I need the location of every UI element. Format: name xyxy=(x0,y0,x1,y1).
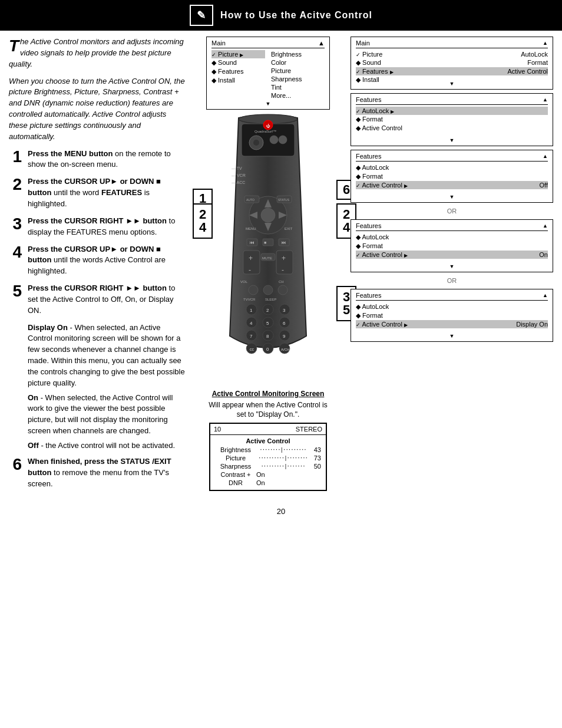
right-menu-3: Features▲ ◆ AutoLock ◆ Format ✓ Active C… xyxy=(351,150,553,203)
right-menu-5-autolock: ◆ AutoLock xyxy=(356,302,548,311)
step-2: 2 Press the CURSOR UP► or DOWN ■ button … xyxy=(9,176,186,210)
svg-text:9: 9 xyxy=(283,334,286,339)
svg-text:6: 6 xyxy=(283,321,286,326)
menu-item-picture-sel: ✓ Picture ▶ xyxy=(211,50,265,58)
svg-text:⏻: ⏻ xyxy=(266,124,270,128)
svg-text:4: 4 xyxy=(250,321,253,326)
svg-text:AUTO: AUTO xyxy=(246,198,254,202)
svg-point-17 xyxy=(261,208,275,222)
top-menu-title: Main▲ xyxy=(211,39,325,48)
svg-text:8: 8 xyxy=(266,334,269,339)
header-icon: ✎ xyxy=(190,5,213,26)
svg-text:A/CH: A/CH xyxy=(281,348,289,351)
step-6-number: 6 xyxy=(9,456,22,473)
right-panel: Main▲ ✓ PictureAutoLock ◆ SoundFormat ✓ … xyxy=(351,37,553,495)
monitoring-row-dnr: DNR On xyxy=(215,479,321,486)
remote-svg: QuadraSurf™ ⏻ — TV — VCR — ACC xyxy=(203,112,333,383)
svg-text:5: 5 xyxy=(266,321,269,326)
page-title: How to Use the Acitve Control xyxy=(220,10,372,21)
right-menu-4-format: ◆ Format xyxy=(356,242,548,251)
intro-text-1: he Active Control monitors and adjusts i… xyxy=(9,37,184,68)
monitoring-section: Active Control Monitoring Screen Will ap… xyxy=(203,390,333,491)
svg-text:■: ■ xyxy=(264,241,266,245)
menu-item-brightness: Brightness xyxy=(271,50,325,58)
top-menu-box: Main▲ ✓ Picture ▶ ◆ Sound ◆ Features ◆ I… xyxy=(206,37,330,110)
step-4-content: Press the CURSOR UP► or DOWN ■ button un… xyxy=(28,244,186,278)
svg-text:⏭: ⏭ xyxy=(282,240,286,245)
right-menu-2-down: ▼ xyxy=(449,137,455,143)
svg-text:MUTE: MUTE xyxy=(262,256,272,260)
menu-item-more: More... xyxy=(271,91,325,100)
step-6: 6 When finished, press the STATUS /EXIT … xyxy=(9,456,186,490)
right-menu-3-down: ▼ xyxy=(449,194,455,200)
right-menu-1-features: ✓ Features ▶Active Control xyxy=(356,67,548,75)
left-panel: The Active Control monitors and adjusts … xyxy=(9,37,186,495)
right-menu-1: Main▲ ✓ PictureAutoLock ◆ SoundFormat ✓ … xyxy=(351,37,553,90)
svg-text:CH: CH xyxy=(279,280,284,284)
or-label-2: OR xyxy=(351,277,553,284)
menu-item-features: ◆ Features xyxy=(211,67,265,76)
monitoring-row-contrast: Contrast + On xyxy=(215,471,321,478)
page-header: ✎ How to Use the Acitve Control xyxy=(0,0,562,31)
step-2-number: 2 xyxy=(9,176,22,193)
drop-cap: T xyxy=(9,38,19,54)
svg-text:MENU: MENU xyxy=(246,227,256,230)
channel-number: 10 xyxy=(214,426,221,433)
right-menu-2-title: Features▲ xyxy=(356,96,548,105)
badge-24-left: 24 xyxy=(193,203,213,239)
right-menu-5-down: ▼ xyxy=(449,333,455,339)
right-menu-5-format: ◆ Format xyxy=(356,311,548,320)
svg-text:SLEEP: SLEEP xyxy=(265,298,276,301)
monitoring-row-brightness: Brightness ········|········· 43 xyxy=(215,446,321,453)
right-menu-1-down: ▼ xyxy=(449,81,455,87)
svg-text:1: 1 xyxy=(250,308,253,313)
monitoring-row-sharpness: Sharpness ·········|······· 50 xyxy=(215,463,321,470)
right-menu-2-format: ◆ Format xyxy=(356,115,548,124)
svg-text:7: 7 xyxy=(250,334,253,339)
right-menu-5: Features▲ ◆ AutoLock ◆ Format ✓ Active C… xyxy=(351,289,553,342)
svg-text:⏮: ⏮ xyxy=(250,240,254,245)
body-text-intro: When you choose to turn the Active Contr… xyxy=(9,76,186,143)
svg-text:-: - xyxy=(282,266,284,274)
step-1: 1 Press the MENU button on the remote to… xyxy=(9,149,186,171)
svg-text:— VCR: — VCR xyxy=(232,173,246,177)
intro-text: The Active Control monitors and adjusts … xyxy=(9,37,186,70)
right-menu-2-active: ◆ Active Control xyxy=(356,124,548,133)
step-6-content: When finished, press the STATUS /EXIT bu… xyxy=(28,456,186,490)
right-menu-3-active: ✓ Active Control ▶Off xyxy=(356,181,548,189)
step-4-number: 4 xyxy=(9,244,22,261)
svg-text:EXIT: EXIT xyxy=(285,227,293,230)
svg-text:STATUS: STATUS xyxy=(278,198,290,202)
active-control-label: Active Control xyxy=(215,437,321,444)
right-menu-4: Features▲ ◆ AutoLock ◆ Format ✓ Active C… xyxy=(351,219,553,272)
monitoring-screen-body: Active Control Brightness ········|·····… xyxy=(210,435,326,490)
right-menu-3-format: ◆ Format xyxy=(356,172,548,181)
step-5-content: Press the CURSOR RIGHT ►► button to set … xyxy=(28,283,186,317)
svg-text:3: 3 xyxy=(283,308,286,313)
right-menu-4-autolock: ◆ AutoLock xyxy=(356,233,548,242)
svg-text:0: 0 xyxy=(266,347,269,352)
menu-item-picture: Picture xyxy=(271,67,325,75)
step-4: 4 Press the CURSOR UP► or DOWN ■ button … xyxy=(9,244,186,278)
step-3-number: 3 xyxy=(9,216,22,232)
right-menu-1-sound: ◆ SoundFormat xyxy=(356,58,548,67)
svg-text:— ACC: — ACC xyxy=(232,180,245,185)
menu-item-sharpness: Sharpness xyxy=(271,75,325,83)
svg-text:+: + xyxy=(249,254,253,262)
monitoring-screen-title: Active Control Monitoring Screen xyxy=(203,390,333,398)
step-3-content: Press the CURSOR RIGHT ►► button to disp… xyxy=(28,216,186,238)
right-menu-4-active: ✓ Active Control ▶On xyxy=(356,251,548,259)
right-menu-2: Features▲ ✓ AutoLock ▶ ◆ Format ◆ Active… xyxy=(351,93,553,146)
page-number: 20 xyxy=(0,501,562,522)
menu-item-sound: ◆ Sound xyxy=(211,58,265,67)
right-menu-3-title: Features▲ xyxy=(356,153,548,162)
monitoring-screen-box: 10 STEREO Active Control Brightness ····… xyxy=(209,423,327,491)
svg-point-41 xyxy=(263,285,273,295)
right-menu-5-title: Features▲ xyxy=(356,292,548,301)
or-label-1: OR xyxy=(351,207,553,215)
svg-text:TVVCR: TVVCR xyxy=(243,298,256,301)
svg-text:-: - xyxy=(249,266,251,274)
menu-item-color: Color xyxy=(271,58,325,67)
monitoring-screen-desc: Will appear when the Active Control is s… xyxy=(203,400,333,419)
menu-item-install: ◆ Install xyxy=(211,76,265,85)
